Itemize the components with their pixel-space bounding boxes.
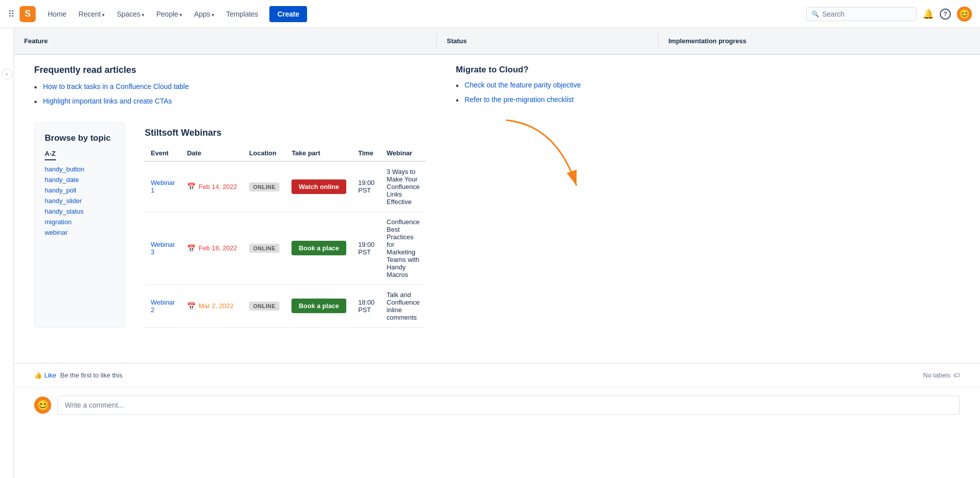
time-cell: 19:00PST xyxy=(352,212,381,284)
page-footer: 👍 Like Be the first to like this No labe… xyxy=(14,363,980,387)
location-cell: ONLINE xyxy=(243,284,286,327)
list-item: Refer to the pre-migration checklist xyxy=(456,95,698,106)
nav-spaces[interactable]: Spaces xyxy=(112,7,149,21)
user-avatar[interactable]: 😊 xyxy=(957,7,972,22)
main-wrapper: › Feature Status Implementation progress… xyxy=(0,28,980,478)
search-placeholder: Search xyxy=(822,10,844,18)
nav-recent[interactable]: Recent xyxy=(73,7,110,21)
col-take-part: Take part xyxy=(285,145,352,161)
status-column-header: Status xyxy=(437,33,658,49)
webinar-table-header-row: Event Date Location Take part Time Webin… xyxy=(145,145,426,161)
browse-link-handy-button[interactable]: handy_button xyxy=(45,165,114,173)
date-value: Feb 14, 2022 xyxy=(199,183,237,190)
calendar-icon: 📅 xyxy=(187,302,195,310)
migrate-link-2[interactable]: Refer to the pre-migration checklist xyxy=(465,95,574,104)
browse-az-label: A-Z xyxy=(45,150,56,160)
list-item: Highlight important links and create CTA… xyxy=(34,97,426,108)
webinars-section: Stiltsoft Webinars Event Date Location T… xyxy=(145,128,426,328)
col-date: Date xyxy=(181,145,243,161)
create-button[interactable]: Create xyxy=(269,6,308,22)
like-label: Like xyxy=(44,371,56,379)
date-cell: 📅 Feb 14, 2022 xyxy=(181,161,243,212)
notifications-icon[interactable]: 🔔 xyxy=(923,9,934,20)
col-location: Location xyxy=(243,145,286,161)
comment-input[interactable]: Write a comment... xyxy=(57,396,960,415)
thumbs-up-icon: 👍 xyxy=(34,371,42,379)
top-two-column: Frequently read articles How to track ta… xyxy=(34,65,698,328)
browse-link-handy-poll[interactable]: handy_poll xyxy=(45,186,114,194)
date-cell: 📅 Feb 18, 2022 xyxy=(181,212,243,284)
frequently-read-section: Frequently read articles How to track ta… xyxy=(34,65,426,108)
watch-online-button[interactable]: Watch online xyxy=(291,179,346,194)
help-icon[interactable]: ? xyxy=(940,9,951,20)
search-box[interactable]: 🔍 Search xyxy=(806,7,917,21)
time-cell: 18:00PST xyxy=(352,284,381,327)
time-cell: 19:00PST xyxy=(352,161,381,212)
left-column: Frequently read articles How to track ta… xyxy=(34,65,426,328)
date-cell: 📅 Mar 2, 2022 xyxy=(181,284,243,327)
webinar-desc-cell: Talk and Confluence inline comments xyxy=(380,284,426,327)
commenter-avatar: 😊 xyxy=(34,397,51,414)
like-section: 👍 Like Be the first to like this xyxy=(34,371,122,379)
nav-people[interactable]: People xyxy=(151,7,187,21)
browse-link-webinar[interactable]: webinar xyxy=(45,229,114,236)
nav-apps[interactable]: Apps xyxy=(189,7,219,21)
right-nav-icons: 🔍 Search 🔔 ? 😊 xyxy=(806,7,972,22)
book-place-button-1[interactable]: Book a place xyxy=(291,241,346,255)
table-row: Webinar 3 📅 Feb 18, 2022 xyxy=(145,212,426,284)
like-prompt: Be the first to like this xyxy=(60,371,123,379)
like-button[interactable]: 👍 Like xyxy=(34,371,56,379)
avatar-icon: 😊 xyxy=(37,399,49,411)
webinar-desc-cell: Confluence Best Practices for Marketing … xyxy=(380,212,426,284)
col-time: Time xyxy=(352,145,381,161)
location-cell: ONLINE xyxy=(243,161,286,212)
calendar-icon: 📅 xyxy=(187,244,195,252)
top-navigation: ⠿ S Home Recent Spaces People Apps Templ… xyxy=(0,0,980,28)
webinar-1-link[interactable]: Webinar 1 xyxy=(151,179,175,194)
browse-link-migration[interactable]: migration xyxy=(45,218,114,226)
webinar-3-link[interactable]: Webinar 3 xyxy=(151,241,175,256)
location-cell: ONLINE xyxy=(243,212,286,284)
event-cell: Webinar 1 xyxy=(145,161,181,212)
right-column: Migrate to Cloud? Check out the feature … xyxy=(456,65,698,328)
webinar-2-link[interactable]: Webinar 2 xyxy=(151,299,175,314)
browse-link-handy-date[interactable]: handy_date xyxy=(45,176,114,183)
implementation-column-header: Implementation progress xyxy=(658,33,980,49)
date-value: Feb 18, 2022 xyxy=(199,244,237,252)
content-area: Feature Status Implementation progress F… xyxy=(14,28,980,478)
event-cell: Webinar 3 xyxy=(145,212,181,284)
frequently-read-link-1[interactable]: How to track tasks in a Confluence Cloud… xyxy=(43,82,189,90)
grid-icon[interactable]: ⠿ xyxy=(8,9,15,20)
migrate-to-cloud-list: Check out the feature parity objective R… xyxy=(456,81,698,106)
frequently-read-link-2[interactable]: Highlight important links and create CTA… xyxy=(43,97,172,105)
date-value: Mar 2, 2022 xyxy=(199,302,233,310)
col-webinar: Webinar xyxy=(380,145,426,161)
search-icon: 🔍 xyxy=(812,11,819,18)
event-cell: Webinar 2 xyxy=(145,284,181,327)
take-part-cell[interactable]: Book a place xyxy=(285,212,352,284)
nav-home[interactable]: Home xyxy=(43,7,71,21)
webinar-desc-cell: 3 Ways to Make Your Confluence Links Eff… xyxy=(380,161,426,212)
webinar-table: Event Date Location Take part Time Webin… xyxy=(145,145,426,328)
online-badge: ONLINE xyxy=(249,244,280,253)
feature-table-header: Feature Status Implementation progress xyxy=(14,28,980,55)
comment-placeholder: Write a comment... xyxy=(65,401,124,409)
list-item: Check out the feature parity objective xyxy=(456,81,698,91)
online-badge: ONLINE xyxy=(249,302,280,311)
list-item: How to track tasks in a Confluence Cloud… xyxy=(34,82,426,93)
nav-templates[interactable]: Templates xyxy=(221,7,263,21)
frequently-read-title: Frequently read articles xyxy=(34,65,426,75)
migrate-link-1[interactable]: Check out the feature parity objective xyxy=(465,81,581,89)
browse-link-handy-slider[interactable]: handy_slider xyxy=(45,197,114,205)
take-part-cell[interactable]: Book a place xyxy=(285,284,352,327)
sidebar-expand-button[interactable]: › xyxy=(2,68,13,79)
browse-link-handy-status[interactable]: handy_status xyxy=(45,208,114,215)
annotation-arrow xyxy=(496,115,586,196)
app-logo: S xyxy=(20,6,36,22)
book-place-button-2[interactable]: Book a place xyxy=(291,299,346,313)
take-part-cell[interactable]: Watch online xyxy=(285,161,352,212)
feature-column-header: Feature xyxy=(14,33,437,49)
sidebar-toggle-area[interactable]: › xyxy=(0,28,14,478)
main-nav: Home Recent Spaces People Apps Templates… xyxy=(43,6,806,22)
online-badge: ONLINE xyxy=(249,182,280,192)
